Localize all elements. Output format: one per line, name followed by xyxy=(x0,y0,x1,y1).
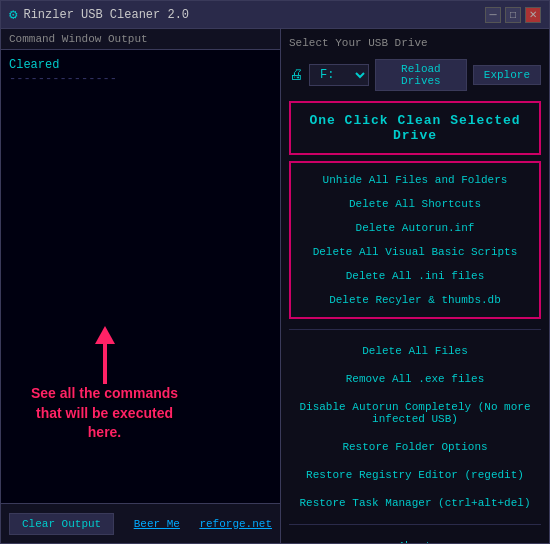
annotation-text: See all the commandsthat will be execute… xyxy=(31,384,178,443)
maximize-button[interactable]: □ xyxy=(505,7,521,23)
explore-button[interactable]: Explore xyxy=(473,65,541,85)
window-title: Rinzler USB Cleaner 2.0 xyxy=(23,8,189,22)
delete-autorun-button[interactable]: Delete Autorun.inf xyxy=(297,217,533,239)
delete-vbs-button[interactable]: Delete All Visual Basic Scripts xyxy=(297,241,533,263)
content-area: Command Window Output Cleared ----------… xyxy=(1,29,549,543)
about-button[interactable]: About xyxy=(289,535,541,543)
delete-ini-button[interactable]: Delete All .ini files xyxy=(297,265,533,287)
left-footer: Clear Output Beer Me reforge.net xyxy=(1,503,280,543)
left-panel: Command Window Output Cleared ----------… xyxy=(1,29,281,543)
pink-buttons-group: Unhide All Files and Folders Delete All … xyxy=(289,161,541,319)
arrow-head-icon xyxy=(95,326,115,344)
restore-registry-button[interactable]: Restore Registry Editor (regedit) xyxy=(289,464,541,486)
unhide-files-button[interactable]: Unhide All Files and Folders xyxy=(297,169,533,191)
main-window: ⚙ Rinzler USB Cleaner 2.0 ─ □ ✕ Command … xyxy=(0,0,550,544)
title-controls: ─ □ ✕ xyxy=(485,7,541,23)
output-line-1: Cleared xyxy=(9,58,272,72)
minimize-button[interactable]: ─ xyxy=(485,7,501,23)
disable-autorun-button[interactable]: Disable Autorun Completely (No more infe… xyxy=(289,396,541,430)
usb-drive-icon: 🖨 xyxy=(289,67,303,83)
delete-recycler-button[interactable]: Delete Recyler & thumbs.db xyxy=(297,289,533,311)
title-bar: ⚙ Rinzler USB Cleaner 2.0 ─ □ ✕ xyxy=(1,1,549,29)
bottom-section: About Exit xyxy=(289,535,541,543)
clear-output-button[interactable]: Clear Output xyxy=(9,513,114,535)
reforge-link[interactable]: reforge.net xyxy=(199,518,272,530)
reload-drives-button[interactable]: Reload Drives xyxy=(375,59,467,91)
section-divider-1 xyxy=(289,329,541,330)
command-output-label: Command Window Output xyxy=(1,29,280,50)
remove-exe-button[interactable]: Remove All .exe files xyxy=(289,368,541,390)
arrow-shaft-icon xyxy=(103,344,107,384)
beer-me-link[interactable]: Beer Me xyxy=(134,518,180,530)
one-click-clean-button[interactable]: One Click Clean Selected Drive xyxy=(289,101,541,155)
close-button[interactable]: ✕ xyxy=(525,7,541,23)
usb-select-label: Select Your USB Drive xyxy=(289,37,541,49)
output-line-2: --------------- xyxy=(9,72,272,86)
section-divider-2 xyxy=(289,524,541,525)
delete-all-files-button[interactable]: Delete All Files xyxy=(289,340,541,362)
app-icon: ⚙ xyxy=(9,6,17,23)
drive-select-row: 🖨 F: Reload Drives Explore xyxy=(289,59,541,91)
right-panel: Select Your USB Drive 🖨 F: Reload Drives… xyxy=(281,29,549,543)
title-bar-left: ⚙ Rinzler USB Cleaner 2.0 xyxy=(9,6,189,23)
delete-shortcuts-button[interactable]: Delete All Shortcuts xyxy=(297,193,533,215)
annotation-block: See all the commandsthat will be execute… xyxy=(31,326,178,443)
restore-folder-button[interactable]: Restore Folder Options xyxy=(289,436,541,458)
restore-task-manager-button[interactable]: Restore Task Manager (ctrl+alt+del) xyxy=(289,492,541,514)
drive-selector[interactable]: F: xyxy=(309,64,369,86)
command-output-area: Cleared --------------- See all the comm… xyxy=(1,50,280,503)
